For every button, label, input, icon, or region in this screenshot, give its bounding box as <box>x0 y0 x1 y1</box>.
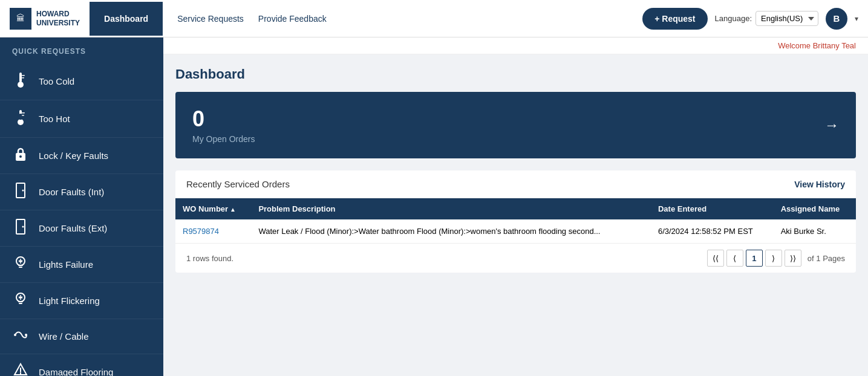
sidebar-item-door-faults-ext[interactable]: Door Faults (Ext) <box>0 210 163 247</box>
lock-icon <box>12 146 29 165</box>
recently-serviced-section: Recently Serviced Orders View History WO… <box>175 170 856 273</box>
light-failure-icon <box>12 255 29 274</box>
welcome-bar: Welcome Brittany Teal <box>163 37 868 54</box>
sidebar-item-label: Too Hot <box>39 114 70 124</box>
sidebar-item-damaged-flooring[interactable]: Damaged Flooring <box>0 354 163 376</box>
chevron-down-icon[interactable]: ▾ <box>855 15 858 23</box>
table-header-row: WO Number Problem Description Date Enter… <box>175 198 856 219</box>
open-orders-info: 0 My Open Orders <box>192 106 255 144</box>
sidebar-item-label: Door Faults (Ext) <box>39 223 107 233</box>
nav-dashboard[interactable]: Dashboard <box>90 2 163 36</box>
user-avatar[interactable]: B <box>826 8 847 30</box>
sidebar-item-lights-failure[interactable]: Lights Failure <box>0 247 163 283</box>
sidebar-item-label: Damaged Flooring <box>39 367 113 376</box>
recently-serviced-table: WO Number Problem Description Date Enter… <box>175 198 856 244</box>
svg-point-3 <box>18 82 24 88</box>
svg-point-16 <box>22 226 24 228</box>
wire-cable-icon <box>12 328 29 345</box>
request-button[interactable]: + Request <box>642 8 707 30</box>
open-orders-label: My Open Orders <box>192 134 255 144</box>
sidebar-item-light-flickering[interactable]: Light Flickering <box>0 283 163 319</box>
col-assigned-name: Assigned Name <box>774 198 856 219</box>
recently-section-title: Recently Serviced Orders <box>186 179 290 189</box>
sidebar-item-wire-cable[interactable]: Wire / Cable <box>0 319 163 354</box>
view-history-link[interactable]: View History <box>794 180 845 189</box>
sidebar-item-label: Light Flickering <box>39 296 100 306</box>
last-page-button[interactable]: ⟩⟩ <box>785 250 801 267</box>
current-page-button[interactable]: 1 <box>746 250 763 267</box>
language-selector: Language: English(US) <box>715 11 818 26</box>
svg-rect-4 <box>22 75 25 76</box>
svg-rect-9 <box>22 112 25 114</box>
table-footer: 1 rows found. ⟨⟨ ⟨ 1 ⟩ ⟩⟩ of 1 Pages <box>175 244 856 273</box>
arrow-right-icon: → <box>824 117 839 134</box>
sidebar-item-label: Wire / Cable <box>39 331 89 342</box>
logo-text: HOWARD UNIVERSITY <box>36 10 80 27</box>
table-row: R9579874 Water Leak / Flood (Minor):>Wat… <box>175 219 856 244</box>
sidebar-title: QUICK REQUESTS <box>0 37 163 63</box>
problem-description-cell: Water Leak / Flood (Minor):>Water bathro… <box>251 219 651 244</box>
nav-links: Dashboard Service Requests Provide Feedb… <box>90 2 642 36</box>
language-select[interactable]: English(US) <box>755 11 818 26</box>
svg-point-7 <box>18 119 24 125</box>
sidebar-item-label: Lights Failure <box>39 259 93 270</box>
content-inner: Dashboard 0 My Open Orders → Recently Se… <box>163 54 868 285</box>
svg-point-19 <box>14 334 16 336</box>
rows-found: 1 rows found. <box>186 254 233 263</box>
sidebar-item-too-cold[interactable]: Too Cold <box>0 63 163 100</box>
prev-page-button[interactable]: ⟨ <box>726 250 743 267</box>
svg-rect-2 <box>19 73 22 82</box>
sidebar-item-too-hot[interactable]: Too Hot <box>0 100 163 138</box>
next-page-button[interactable]: ⟩ <box>765 250 782 267</box>
thermometer-cold-icon <box>12 71 29 91</box>
wo-number-cell: R9579874 <box>175 219 251 244</box>
door-ext-icon <box>12 219 29 238</box>
date-entered-cell: 6/3/2024 12:58:52 PM EST <box>651 219 774 244</box>
sidebar-item-label: Too Cold <box>39 76 74 86</box>
first-page-button[interactable]: ⟨⟨ <box>707 250 724 267</box>
light-flickering-icon <box>12 291 29 310</box>
main-layout: QUICK REQUESTS Too Cold <box>0 37 868 376</box>
language-label: Language: <box>715 14 752 23</box>
sidebar: QUICK REQUESTS Too Cold <box>0 37 163 376</box>
sidebar-item-label: Lock / Key Faults <box>39 151 108 161</box>
wo-number-link[interactable]: R9579874 <box>183 227 219 236</box>
nav-service-requests[interactable]: Service Requests <box>177 11 244 26</box>
svg-point-12 <box>19 155 22 158</box>
sidebar-item-lock-key-faults[interactable]: Lock / Key Faults <box>0 138 163 174</box>
sidebar-item-door-faults-int[interactable]: Door Faults (Int) <box>0 174 163 210</box>
col-problem-description: Problem Description <box>251 198 651 219</box>
header: 🏛 HOWARD UNIVERSITY Dashboard Service Re… <box>0 0 868 37</box>
logo-icon: 🏛 <box>10 8 31 30</box>
sidebar-item-label: Door Faults (Int) <box>39 187 104 197</box>
open-orders-count: 0 <box>192 106 255 132</box>
assigned-name-cell: Aki Burke Sr. <box>774 219 856 244</box>
svg-point-14 <box>22 190 24 192</box>
page-title: Dashboard <box>175 66 856 82</box>
svg-rect-5 <box>22 77 24 79</box>
content-area: Welcome Brittany Teal Dashboard 0 My Ope… <box>163 37 868 376</box>
thermometer-hot-icon <box>12 109 29 129</box>
recently-header: Recently Serviced Orders View History <box>175 170 856 198</box>
page-info: of 1 Pages <box>808 254 845 263</box>
logo-area: 🏛 HOWARD UNIVERSITY <box>10 8 80 30</box>
open-orders-card[interactable]: 0 My Open Orders → <box>175 92 856 158</box>
nav-provide-feedback[interactable]: Provide Feedback <box>258 11 327 26</box>
svg-point-20 <box>25 334 27 336</box>
svg-rect-10 <box>22 115 24 116</box>
damaged-flooring-icon <box>12 363 29 376</box>
header-right: + Request Language: English(US) B ▾ <box>642 8 858 30</box>
svg-rect-8 <box>19 114 22 120</box>
pagination: ⟨⟨ ⟨ 1 ⟩ ⟩⟩ of 1 Pages <box>707 250 845 267</box>
col-date-entered: Date Entered <box>651 198 774 219</box>
svg-text:🏛: 🏛 <box>16 13 25 23</box>
door-int-icon <box>12 183 29 201</box>
col-wo-number[interactable]: WO Number <box>175 198 251 219</box>
